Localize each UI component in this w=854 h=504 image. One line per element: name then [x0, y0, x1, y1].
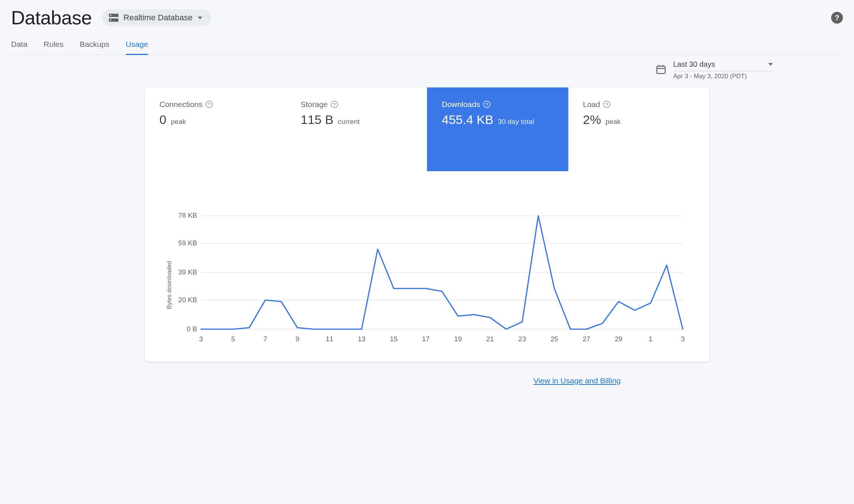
svg-text:7: 7: [264, 335, 267, 343]
metric-title: Storage: [301, 100, 328, 109]
chevron-down-icon: [198, 17, 202, 19]
tab-data[interactable]: Data: [11, 36, 27, 55]
svg-rect-4: [657, 66, 665, 73]
chart-y-axis-label: Bytes downloaded: [163, 250, 173, 309]
svg-text:13: 13: [358, 335, 366, 343]
help-icon[interactable]: ?: [206, 101, 213, 108]
metric-title: Connections: [159, 100, 203, 109]
tab-rules[interactable]: Rules: [44, 36, 63, 55]
svg-text:23: 23: [519, 335, 526, 343]
metric-suffix: current: [338, 118, 359, 126]
metric-value: 2%: [583, 113, 601, 127]
usage-card: Connections?0peakStorage?115 BcurrentDow…: [145, 87, 709, 362]
view-usage-billing-link[interactable]: View in Usage and Billing: [533, 376, 621, 385]
calendar-icon: [655, 64, 667, 76]
metric-downloads[interactable]: Downloads?455.4 KB30 day total: [427, 87, 568, 171]
help-icon: ?: [835, 14, 839, 22]
date-range-selector[interactable]: Last 30 days: [673, 60, 773, 71]
metric-suffix: 30 day total: [498, 118, 534, 126]
svg-text:15: 15: [390, 335, 398, 343]
svg-text:21: 21: [486, 335, 494, 343]
page-title: Database: [11, 7, 92, 29]
downloads-chart: 0 B20 KB39 KB59 KB78 KB35791113151719212…: [173, 212, 691, 345]
database-icon: [109, 14, 118, 22]
svg-text:19: 19: [454, 335, 462, 343]
date-range-detail: Apr 3 - May 3, 2020 (PDT): [673, 73, 773, 80]
svg-point-2: [110, 15, 111, 16]
svg-point-3: [110, 20, 111, 21]
metric-suffix: peak: [171, 118, 186, 126]
svg-text:20 KB: 20 KB: [178, 296, 197, 304]
database-selector-label: Realtime Database: [124, 13, 193, 23]
svg-text:3: 3: [199, 335, 203, 343]
database-selector[interactable]: Realtime Database: [102, 9, 211, 26]
svg-text:9: 9: [296, 335, 299, 343]
svg-text:78 KB: 78 KB: [178, 212, 197, 219]
metric-connections[interactable]: Connections?0peak: [145, 87, 286, 171]
svg-text:29: 29: [615, 335, 623, 343]
help-icon[interactable]: ?: [603, 101, 610, 108]
metric-title: Load: [583, 100, 600, 109]
metric-title: Downloads: [442, 100, 480, 109]
metric-value: 455.4 KB: [442, 113, 493, 127]
svg-text:25: 25: [551, 335, 558, 343]
svg-text:59 KB: 59 KB: [178, 239, 197, 247]
svg-text:27: 27: [583, 335, 590, 343]
svg-text:1: 1: [649, 335, 652, 343]
help-button[interactable]: ?: [831, 12, 843, 24]
svg-text:3: 3: [681, 335, 685, 343]
svg-text:0 B: 0 B: [187, 325, 197, 333]
metric-storage[interactable]: Storage?115 Bcurrent: [286, 87, 427, 171]
metric-value: 0: [159, 113, 166, 127]
metric-suffix: peak: [606, 118, 621, 126]
svg-text:5: 5: [231, 335, 235, 343]
tab-usage[interactable]: Usage: [126, 36, 148, 55]
tab-backups[interactable]: Backups: [80, 36, 110, 55]
tab-bar: DataRulesBackupsUsage: [11, 36, 843, 55]
metric-load[interactable]: Load?2%peak: [568, 87, 710, 171]
svg-text:11: 11: [326, 335, 333, 343]
metric-value: 115 B: [301, 113, 334, 127]
svg-text:17: 17: [422, 335, 430, 343]
date-range-label: Last 30 days: [673, 60, 715, 69]
svg-text:39 KB: 39 KB: [178, 268, 197, 276]
chevron-down-icon: [768, 63, 773, 66]
help-icon[interactable]: ?: [331, 101, 338, 108]
help-icon[interactable]: ?: [483, 101, 490, 108]
